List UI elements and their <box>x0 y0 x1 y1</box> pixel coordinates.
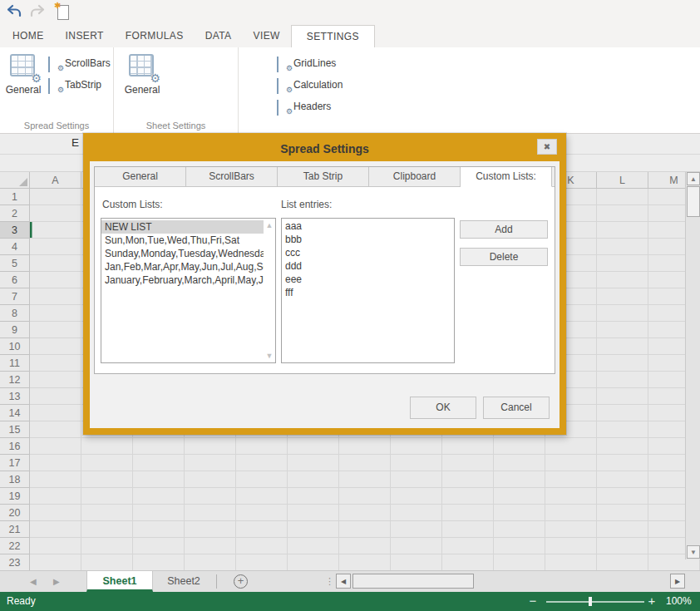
row-header-3[interactable]: 3 <box>0 222 30 239</box>
grid-cell[interactable] <box>133 488 185 505</box>
custom-list-item[interactable]: Sun,Mon,Tue,Wed,Thu,Fri,Sat <box>101 234 264 247</box>
dialog-tab-general[interactable]: General <box>95 167 186 187</box>
grid-cell[interactable] <box>288 538 339 554</box>
splitter-dots-icon[interactable]: ⋮ <box>325 571 334 592</box>
grid-cell[interactable] <box>597 355 648 372</box>
row-header-13[interactable]: 13 <box>0 388 30 405</box>
grid-cell[interactable] <box>236 538 288 554</box>
sheet-nav-right-icon[interactable]: ▶ <box>53 571 60 592</box>
grid-cell[interactable] <box>185 554 236 571</box>
listbox-scroll-down-icon[interactable]: ▼ <box>264 352 275 360</box>
row-header-9[interactable]: 9 <box>0 322 30 338</box>
grid-cell[interactable] <box>30 488 81 505</box>
horizontal-scrollbar-thumb[interactable] <box>352 574 474 589</box>
ribbon-tab-formulas[interactable]: FORMULAS <box>115 25 195 47</box>
undo-button[interactable] <box>6 4 26 21</box>
grid-cell[interactable] <box>30 255 81 272</box>
ribbon-tab-view[interactable]: VIEW <box>243 25 291 47</box>
grid-cell[interactable] <box>30 239 81 255</box>
grid-cell[interactable] <box>236 505 288 521</box>
scroll-down-button[interactable]: ▼ <box>687 545 700 559</box>
grid-cell[interactable] <box>545 554 597 571</box>
grid-cell[interactable] <box>339 471 391 488</box>
grid-cell[interactable] <box>339 455 391 471</box>
grid-cell[interactable] <box>133 554 185 571</box>
grid-cell[interactable] <box>30 521 81 538</box>
grid-cell[interactable] <box>442 521 494 538</box>
row-header-14[interactable]: 14 <box>0 405 30 421</box>
ribbon-tab-insert[interactable]: INSERT <box>55 25 115 47</box>
row-header-5[interactable]: 5 <box>0 255 30 272</box>
grid-cell[interactable] <box>30 505 81 521</box>
grid-cell[interactable] <box>339 521 391 538</box>
grid-cell[interactable] <box>597 505 648 521</box>
grid-cell[interactable] <box>494 521 545 538</box>
grid-cell[interactable] <box>339 488 391 505</box>
list-entries-textarea[interactable]: aaa bbb ccc ddd eee fff <box>281 218 455 363</box>
ok-button[interactable]: OK <box>410 397 476 419</box>
grid-cell[interactable] <box>597 488 648 505</box>
grid-cell[interactable] <box>133 471 185 488</box>
grid-cell[interactable] <box>81 455 133 471</box>
grid-cell[interactable] <box>597 554 648 571</box>
grid-cell[interactable] <box>288 471 339 488</box>
grid-cell[interactable] <box>185 455 236 471</box>
grid-cell[interactable] <box>30 322 81 338</box>
dialog-tab-clipboard[interactable]: Clipboard <box>369 167 461 187</box>
vertical-scrollbar-thumb[interactable] <box>687 186 700 217</box>
grid-cell[interactable] <box>545 471 597 488</box>
grid-cell[interactable] <box>545 488 597 505</box>
grid-cell[interactable] <box>30 338 81 355</box>
row-header-16[interactable]: 16 <box>0 438 30 455</box>
grid-cell[interactable] <box>81 505 133 521</box>
listbox-scroll-up-icon[interactable]: ▲ <box>264 221 275 229</box>
custom-list-item[interactable]: January,February,March,April,May,June,Ju… <box>101 273 264 287</box>
grid-cell[interactable] <box>133 505 185 521</box>
grid-cell[interactable] <box>442 488 494 505</box>
grid-cell[interactable] <box>81 471 133 488</box>
grid-cell[interactable] <box>442 538 494 554</box>
grid-cell[interactable] <box>597 272 648 288</box>
grid-cell[interactable] <box>597 205 648 222</box>
row-header-18[interactable]: 18 <box>0 471 30 488</box>
column-header-l[interactable]: L <box>597 172 648 189</box>
grid-cell[interactable] <box>494 538 545 554</box>
grid-cell[interactable] <box>494 438 545 455</box>
grid-cell[interactable] <box>545 455 597 471</box>
grid-cell[interactable] <box>30 471 81 488</box>
custom-list-item[interactable]: Jan,Feb,Mar,Apr,May,Jun,Jul,Aug,Sep,Oct,… <box>101 260 264 273</box>
grid-cell[interactable] <box>30 554 81 571</box>
grid-cell[interactable] <box>236 438 288 455</box>
grid-cell[interactable] <box>545 438 597 455</box>
grid-cell[interactable] <box>442 471 494 488</box>
zoom-out-button[interactable]: − <box>525 592 540 610</box>
ribbon-tab-data[interactable]: DATA <box>195 25 243 47</box>
select-all-corner[interactable] <box>0 172 30 189</box>
grid-cell[interactable] <box>339 538 391 554</box>
grid-cell[interactable] <box>597 288 648 305</box>
custom-lists-listbox[interactable]: NEW LISTSun,Mon,Tue,Wed,Thu,Fri,SatSunda… <box>101 218 276 363</box>
grid-cell[interactable] <box>236 455 288 471</box>
row-header-6[interactable]: 6 <box>0 272 30 288</box>
grid-cell[interactable] <box>391 488 442 505</box>
grid-cell[interactable] <box>288 438 339 455</box>
row-header-4[interactable]: 4 <box>0 239 30 255</box>
dialog-tab-custom-lists[interactable]: Custom Lists: <box>461 167 552 187</box>
grid-cell[interactable] <box>442 554 494 571</box>
row-header-20[interactable]: 20 <box>0 505 30 521</box>
row-header-19[interactable]: 19 <box>0 488 30 505</box>
dialog-tab-tab-strip[interactable]: Tab Strip <box>278 167 369 187</box>
grid-cell[interactable] <box>30 189 81 205</box>
ribbon-tab-home[interactable]: HOME <box>2 25 55 47</box>
row-header-8[interactable]: 8 <box>0 305 30 322</box>
grid-cell[interactable] <box>81 538 133 554</box>
grid-cell[interactable] <box>391 521 442 538</box>
grid-cell[interactable] <box>133 521 185 538</box>
grid-cell[interactable] <box>133 538 185 554</box>
grid-cell[interactable] <box>442 505 494 521</box>
grid-cell[interactable] <box>597 372 648 388</box>
grid-cell[interactable] <box>597 189 648 205</box>
grid-cell[interactable] <box>30 205 81 222</box>
row-header-10[interactable]: 10 <box>0 338 30 355</box>
grid-cell[interactable] <box>597 471 648 488</box>
